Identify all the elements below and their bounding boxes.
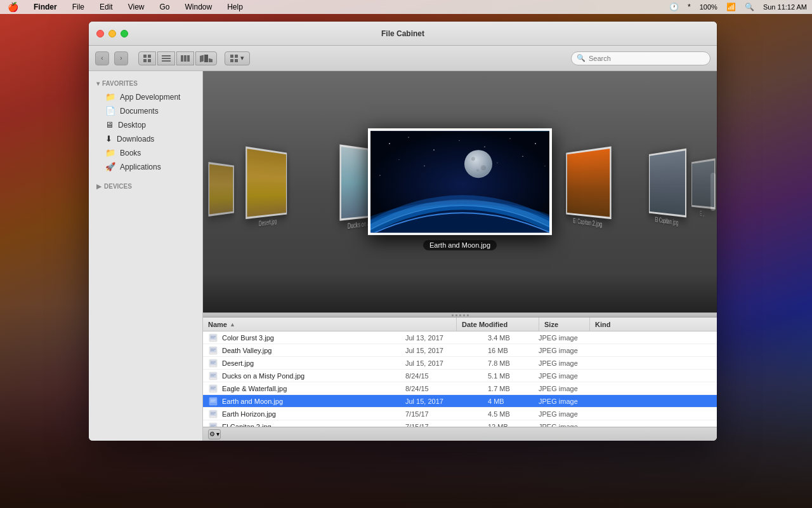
file-type-icon bbox=[208, 358, 218, 368]
file-row-3[interactable]: Ducks on a Misty Pond.jpg 8/24/15 5.1 MB… bbox=[203, 370, 717, 382]
minimize-button[interactable] bbox=[108, 30, 116, 37]
cf-item-earth-moon[interactable]: Earth and Moon.jpg bbox=[368, 128, 552, 250]
column-header-name[interactable]: Name ▲ bbox=[203, 318, 457, 331]
spotlight-icon[interactable]: 🔍 bbox=[745, 3, 754, 11]
action-menu-button[interactable]: ⚙ ▾ bbox=[208, 429, 221, 439]
column-header-date[interactable]: Date Modified bbox=[457, 318, 539, 331]
file-name: Earth Horizon.jpg bbox=[222, 410, 400, 418]
file-kind: JPEG image bbox=[534, 347, 717, 354]
file-kind: JPEG image bbox=[534, 410, 717, 418]
arrange-arrow: ▾ bbox=[240, 54, 244, 62]
file-row-6[interactable]: Earth Horizon.jpg 7/15/17 4.5 MB JPEG im… bbox=[203, 408, 717, 420]
svg-point-30 bbox=[379, 175, 380, 176]
sidebar-item-desktop[interactable]: 🖥 Desktop bbox=[91, 118, 200, 131]
file-name: Desert.jpg bbox=[222, 359, 400, 367]
svg-point-25 bbox=[399, 159, 400, 160]
file-date: Jul 15, 2017 bbox=[400, 359, 483, 367]
window-title: File Cabinet bbox=[381, 29, 424, 38]
svg-rect-12 bbox=[209, 58, 213, 62]
sidebar-item-documents[interactable]: 📄 Documents bbox=[91, 104, 200, 117]
right-panel: Desert.jpg Ducks on a Misty... Eagle & W… bbox=[203, 71, 717, 441]
svg-rect-10 bbox=[200, 55, 204, 62]
maximize-button[interactable] bbox=[121, 30, 128, 37]
apple-menu[interactable]: 🍎 bbox=[5, 2, 21, 12]
menu-finder[interactable]: Finder bbox=[31, 3, 60, 11]
menubar: 🍎 Finder File Edit View Go Window Help 🕐… bbox=[0, 0, 812, 14]
search-input[interactable] bbox=[589, 55, 705, 62]
file-list-container[interactable]: Name ▲ Date Modified Size Kind bbox=[203, 318, 717, 427]
menu-view[interactable]: View bbox=[126, 3, 147, 11]
sidebar-item-app-development[interactable]: 📁 App Development bbox=[91, 90, 200, 104]
file-name: Eagle & Waterfall.jpg bbox=[222, 385, 400, 392]
cf-item-far-left[interactable] bbox=[209, 162, 234, 217]
list-view-button[interactable] bbox=[157, 51, 175, 65]
battery-status: 100% bbox=[700, 3, 717, 11]
file-list-header: Name ▲ Date Modified Size Kind bbox=[203, 318, 717, 331]
column-header-size[interactable]: Size bbox=[539, 318, 590, 331]
svg-rect-6 bbox=[162, 60, 171, 62]
menu-go[interactable]: Go bbox=[157, 3, 173, 11]
svg-point-34 bbox=[481, 165, 486, 170]
file-row-7[interactable]: El Capitan 2.jpg 7/15/17 12 MB JPEG imag… bbox=[203, 420, 717, 427]
file-size: 4.5 MB bbox=[483, 410, 534, 418]
svg-point-19 bbox=[408, 137, 409, 138]
file-date: 8/24/15 bbox=[400, 385, 483, 392]
svg-point-32 bbox=[464, 150, 492, 178]
column-view-button[interactable] bbox=[176, 51, 194, 65]
svg-rect-13 bbox=[230, 55, 233, 58]
cover-flow[interactable]: Desert.jpg Ducks on a Misty... Eagle & W… bbox=[203, 71, 717, 312]
svg-rect-9 bbox=[187, 55, 190, 62]
sidebar-item-applications[interactable]: 🚀 Applications bbox=[91, 160, 200, 173]
coverflow-view-button[interactable] bbox=[195, 51, 217, 65]
bottom-bar: ⚙ ▾ bbox=[203, 427, 717, 441]
sidebar-divider bbox=[89, 174, 202, 179]
cf-item-el-capitan[interactable]: El Capitan.jpg bbox=[649, 149, 686, 228]
cf-item-el-capitan2[interactable]: El Capitan 2.jpg bbox=[566, 146, 611, 229]
menu-window[interactable]: Window bbox=[183, 3, 215, 11]
cf-item-desert[interactable]: Desert.jpg bbox=[246, 147, 287, 230]
svg-rect-47 bbox=[210, 360, 216, 365]
favorites-header[interactable]: ▾ Favorites bbox=[89, 76, 202, 90]
menu-help[interactable]: Help bbox=[225, 3, 246, 11]
file-size: 1.7 MB bbox=[483, 385, 534, 392]
timemachine-icon[interactable]: 🕐 bbox=[669, 3, 679, 11]
menu-edit[interactable]: Edit bbox=[97, 3, 115, 11]
file-row-5[interactable]: Earth and Moon.jpg Jul 15, 2017 4 MB JPE… bbox=[203, 395, 717, 408]
svg-rect-3 bbox=[148, 59, 151, 62]
devices-header[interactable]: ▶ Devices bbox=[89, 179, 202, 192]
arrange-button[interactable]: ▾ bbox=[225, 51, 250, 65]
file-row-0[interactable]: Color Burst 3.jpg Jul 13, 2017 3.4 MB JP… bbox=[203, 331, 717, 344]
file-date: 7/15/17 bbox=[400, 410, 483, 418]
file-row-1[interactable]: Death Valley.jpg Jul 15, 2017 16 MB JPEG… bbox=[203, 344, 717, 357]
svg-point-24 bbox=[535, 143, 536, 144]
traffic-lights bbox=[96, 30, 128, 37]
forward-button[interactable]: › bbox=[114, 51, 128, 65]
books-folder-icon: 📁 bbox=[105, 148, 115, 157]
file-type-icon bbox=[208, 409, 218, 419]
file-name: Color Burst 3.jpg bbox=[222, 334, 400, 342]
file-type-icon bbox=[208, 333, 218, 343]
file-kind: JPEG image bbox=[534, 398, 717, 405]
coverflow-divider[interactable] bbox=[203, 312, 717, 318]
document-icon: 📄 bbox=[105, 106, 115, 116]
coverflow-selected-label: Earth and Moon.jpg bbox=[423, 240, 497, 250]
column-header-kind[interactable]: Kind bbox=[590, 318, 717, 331]
file-row-2[interactable]: Desert.jpg Jul 15, 2017 7.8 MB JPEG imag… bbox=[203, 357, 717, 370]
bluetooth-icon[interactable]: * bbox=[688, 3, 691, 11]
cf-item-far-right[interactable]: El... bbox=[691, 158, 716, 219]
sidebar-item-books[interactable]: 📁 Books bbox=[91, 146, 200, 159]
icon-view-button[interactable] bbox=[138, 51, 156, 65]
desktop-icon: 🖥 bbox=[105, 120, 114, 130]
finder-window: File Cabinet ‹ › ▾ 🔍 bbox=[89, 22, 717, 441]
file-date: Jul 15, 2017 bbox=[400, 398, 483, 405]
file-row-4[interactable]: Eagle & Waterfall.jpg 8/24/15 1.7 MB JPE… bbox=[203, 382, 717, 395]
sidebar-item-downloads[interactable]: ⬇ Downloads bbox=[91, 132, 200, 145]
wifi-icon[interactable]: 📶 bbox=[726, 3, 736, 11]
svg-point-26 bbox=[424, 166, 424, 166]
menu-file[interactable]: File bbox=[70, 3, 87, 11]
close-button[interactable] bbox=[96, 30, 104, 37]
back-button[interactable]: ‹ bbox=[95, 51, 109, 65]
svg-rect-16 bbox=[235, 59, 238, 62]
file-date: 8/24/15 bbox=[400, 372, 483, 380]
file-kind: JPEG image bbox=[534, 385, 717, 392]
